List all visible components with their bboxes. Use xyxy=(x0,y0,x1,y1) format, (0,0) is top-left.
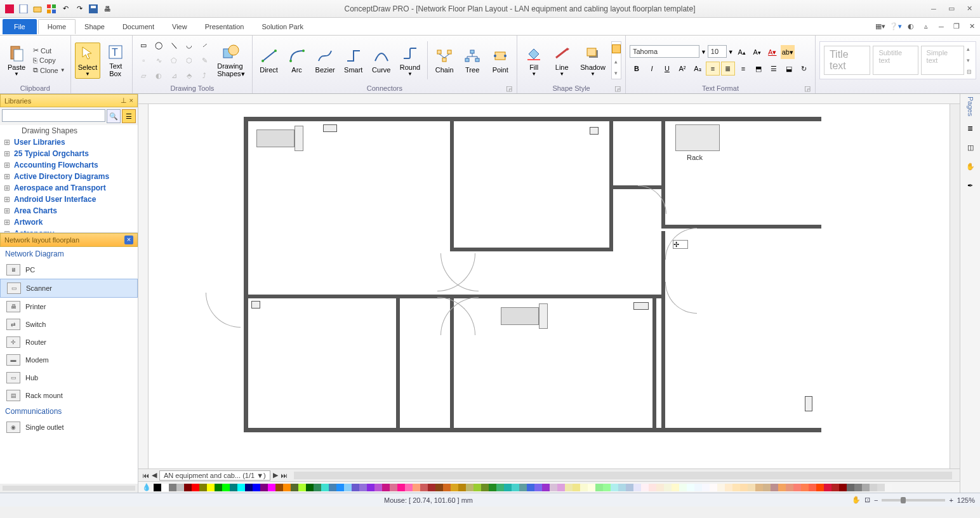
shape-pc[interactable]: 🖥PC xyxy=(0,261,138,279)
color-swatch[interactable] xyxy=(275,484,283,491)
fill-button[interactable]: Fill▼ xyxy=(521,43,546,79)
color-swatch[interactable] xyxy=(603,484,611,491)
color-swatch[interactable] xyxy=(215,484,222,491)
color-swatch[interactable] xyxy=(877,484,885,491)
color-swatch[interactable] xyxy=(382,484,390,491)
sidebar-hscroll[interactable] xyxy=(3,486,135,491)
qat-undo-icon[interactable]: ↶ xyxy=(60,3,71,15)
align-right-button[interactable]: ≡ xyxy=(736,62,750,76)
cut-button[interactable]: ✂Cut xyxy=(32,46,67,55)
window-minimize-icon[interactable]: ─ xyxy=(927,3,941,15)
eyedropper-icon[interactable]: ✒ xyxy=(963,178,977,192)
pc-device-2[interactable] xyxy=(501,307,539,325)
doc-restore-icon[interactable]: ❐ xyxy=(951,21,962,32)
color-swatch[interactable] xyxy=(344,484,352,491)
palette-dropper-icon[interactable]: 💧 xyxy=(142,483,151,491)
align-mid-button[interactable]: ☰ xyxy=(767,62,781,76)
color-swatch[interactable] xyxy=(245,484,253,491)
color-swatch[interactable] xyxy=(519,484,527,491)
tree-active-directory[interactable]: Active Directory Diagrams xyxy=(0,171,138,182)
shape-router[interactable]: ✢Router xyxy=(0,333,138,351)
line-button[interactable]: Line▼ xyxy=(549,43,574,79)
align-left-button[interactable]: ≡ xyxy=(706,62,720,76)
shape-modem[interactable]: ▬Modem xyxy=(0,351,138,369)
color-swatch[interactable] xyxy=(611,484,618,491)
polyline-tool[interactable]: ⟋ xyxy=(197,38,211,52)
pencil-tool[interactable]: ✎ xyxy=(197,53,211,67)
pc-device-1[interactable] xyxy=(256,130,295,147)
color-swatch[interactable] xyxy=(329,484,336,491)
color-swatch[interactable] xyxy=(451,484,458,491)
tool-x4[interactable]: ⬘ xyxy=(182,69,196,83)
color-swatch[interactable] xyxy=(161,484,169,491)
pan-tool-icon[interactable]: ✋ xyxy=(852,496,861,504)
ellipse-tool[interactable]: ◯ xyxy=(152,38,166,52)
color-swatch[interactable] xyxy=(816,484,824,491)
color-swatch[interactable] xyxy=(626,484,633,491)
shape-single-outlet[interactable]: ◉Single outlet xyxy=(0,418,138,436)
subscript-button[interactable]: A₂ xyxy=(691,62,705,76)
color-swatch[interactable] xyxy=(809,484,816,491)
pc-tower-1[interactable] xyxy=(295,126,303,151)
tool-x1[interactable]: ▱ xyxy=(136,69,150,83)
library-tree[interactable]: Drawing Shapes User Libraries 25 Typical… xyxy=(0,125,138,233)
color-swatch[interactable] xyxy=(314,484,321,491)
color-swatch[interactable] xyxy=(374,484,382,491)
qat-save-icon[interactable] xyxy=(88,3,99,15)
color-swatch[interactable] xyxy=(512,484,519,491)
color-swatch[interactable] xyxy=(725,484,732,491)
color-swatch[interactable] xyxy=(260,484,268,491)
collapse-ribbon-icon[interactable]: ▵ xyxy=(920,21,932,32)
shapes-panel-icon[interactable]: ◫ xyxy=(963,140,977,154)
color-swatch[interactable] xyxy=(367,484,374,491)
zoom-slider[interactable] xyxy=(882,499,945,501)
preset-subtitle[interactable]: Subtitle text xyxy=(873,46,918,75)
color-swatch[interactable] xyxy=(527,484,534,491)
round-connector[interactable]: Round▼ xyxy=(397,43,423,79)
outlet-2[interactable] xyxy=(590,127,599,135)
color-swatch[interactable] xyxy=(649,484,656,491)
shadow-button[interactable]: Shadow▼ xyxy=(577,43,609,79)
qat-open-icon[interactable] xyxy=(32,3,43,15)
panel-toggle-icon[interactable]: ▦▾ xyxy=(875,21,886,32)
color-swatch[interactable] xyxy=(253,484,260,491)
color-swatch[interactable] xyxy=(801,484,809,491)
doc-minimize-icon[interactable]: ─ xyxy=(936,21,947,32)
tab-document[interactable]: Document xyxy=(114,20,163,34)
highlight-icon[interactable]: ab▾ xyxy=(781,45,795,59)
style-icon[interactable]: ◐ xyxy=(905,21,917,32)
tree-user-libraries[interactable]: User Libraries xyxy=(0,136,138,148)
color-swatch[interactable] xyxy=(717,484,725,491)
window-maximize-icon[interactable]: ▭ xyxy=(944,3,958,15)
preset-title[interactable]: Title text xyxy=(824,46,870,75)
color-swatch[interactable] xyxy=(771,484,778,491)
color-swatch[interactable] xyxy=(405,484,413,491)
color-swatch[interactable] xyxy=(321,484,329,491)
smart-connector[interactable]: Smart xyxy=(341,45,366,76)
shape-list[interactable]: Network Diagram 🖥PC ▭Scanner 🖶Printer ⇄S… xyxy=(0,247,138,484)
tree-connector[interactable]: Tree xyxy=(460,45,485,76)
color-swatch[interactable] xyxy=(710,484,717,491)
color-swatch[interactable] xyxy=(435,484,443,491)
wall-device-2[interactable] xyxy=(805,396,812,411)
wall-device-1[interactable]: ✢ xyxy=(673,240,688,249)
color-swatch[interactable] xyxy=(489,484,496,491)
line-tool[interactable]: ＼ xyxy=(167,38,181,52)
outlet-1[interactable] xyxy=(323,124,337,132)
outlet-4[interactable] xyxy=(633,302,649,310)
color-swatch[interactable] xyxy=(466,484,473,491)
color-swatch[interactable] xyxy=(169,484,176,491)
qat-new-icon[interactable] xyxy=(18,3,29,15)
color-swatch[interactable] xyxy=(656,484,664,491)
color-swatch[interactable] xyxy=(885,484,892,491)
tree-accounting[interactable]: Accounting Flowcharts xyxy=(0,159,138,171)
erase-tool[interactable]: ▫ xyxy=(136,53,150,67)
qat-print-icon[interactable]: 🖶 xyxy=(102,3,113,15)
color-swatch[interactable] xyxy=(862,484,870,491)
color-swatch[interactable] xyxy=(702,484,710,491)
color-swatch[interactable] xyxy=(199,484,207,491)
color-swatch[interactable] xyxy=(870,484,877,491)
shape-hub[interactable]: ▭Hub xyxy=(0,369,138,387)
connectors-dialog-launcher[interactable]: ◲ xyxy=(505,84,513,92)
color-swatch[interactable] xyxy=(420,484,428,491)
